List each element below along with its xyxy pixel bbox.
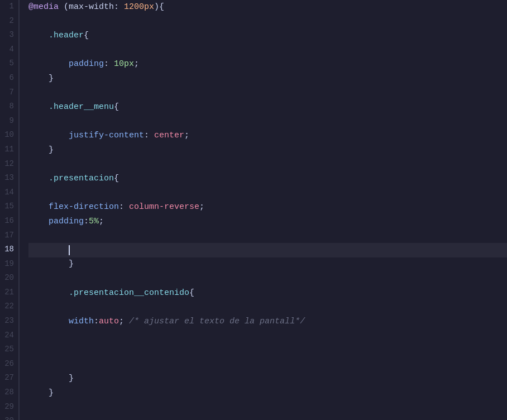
code-line-26 bbox=[28, 357, 507, 372]
text-cursor bbox=[69, 245, 70, 255]
line-number-28: 28 bbox=[0, 386, 18, 400]
code-line-25 bbox=[28, 343, 507, 357]
line-number-10: 10 bbox=[0, 128, 18, 143]
code-line-1: @media (max-width: 1200px){ bbox=[28, 0, 507, 15]
code-line-20 bbox=[28, 271, 507, 286]
line-number-27: 27 bbox=[0, 371, 18, 386]
code-line-6: } bbox=[28, 71, 507, 86]
line-number-17: 17 bbox=[0, 229, 18, 244]
code-line-16: padding:5%; bbox=[28, 214, 507, 229]
code-line-7 bbox=[28, 86, 507, 101]
line-number-20: 20 bbox=[0, 271, 18, 286]
line-number-1: 1 bbox=[0, 0, 18, 15]
code-line-30 bbox=[28, 414, 507, 420]
line-number-19: 19 bbox=[0, 257, 18, 272]
code-line-27: } bbox=[28, 371, 507, 386]
code-line-22 bbox=[28, 300, 507, 314]
line-number-3: 3 bbox=[0, 28, 18, 43]
line-number-21: 21 bbox=[0, 286, 18, 300]
code-line-17 bbox=[28, 229, 507, 244]
line-number-23: 23 bbox=[0, 314, 18, 329]
code-line-19: } bbox=[28, 257, 507, 272]
line-number-29: 29 bbox=[0, 400, 18, 415]
line-number-15: 15 bbox=[0, 200, 18, 214]
code-line-11: } bbox=[28, 143, 507, 157]
line-number-26: 26 bbox=[0, 357, 18, 372]
code-line-15: flex-direction: column-reverse; bbox=[28, 200, 507, 214]
code-line-28: } bbox=[28, 386, 507, 400]
line-number-24: 24 bbox=[0, 329, 18, 343]
code-line-21: .presentacion__contenido{ bbox=[28, 286, 507, 300]
code-line-5: padding: 10px; bbox=[28, 57, 507, 71]
line-number-16: 16 bbox=[0, 214, 18, 229]
line-number-14: 14 bbox=[0, 186, 18, 201]
line-number-5: 5 bbox=[0, 57, 18, 71]
line-number-2: 2 bbox=[0, 15, 18, 29]
code-line-2 bbox=[28, 15, 507, 29]
code-line-4 bbox=[28, 43, 507, 58]
line-number-9: 9 bbox=[0, 114, 18, 129]
code-area[interactable]: @media (max-width: 1200px){ .header{ pad… bbox=[20, 0, 507, 420]
line-number-7: 7 bbox=[0, 86, 18, 101]
code-line-18 bbox=[28, 243, 507, 257]
line-number-8: 8 bbox=[0, 100, 18, 114]
line-number-6: 6 bbox=[0, 71, 18, 86]
code-line-8: .header__menu{ bbox=[28, 100, 507, 114]
line-number-22: 22 bbox=[0, 300, 18, 314]
code-line-12 bbox=[28, 157, 507, 172]
line-number-12: 12 bbox=[0, 157, 18, 172]
code-line-13: .presentacion{ bbox=[28, 171, 507, 186]
line-number-25: 25 bbox=[0, 343, 18, 357]
code-editor: 1234567891011121314151617181920212223242… bbox=[0, 0, 507, 420]
line-number-18: 18 bbox=[0, 243, 18, 257]
line-number-13: 13 bbox=[0, 171, 18, 186]
line-number-30: 30 bbox=[0, 414, 18, 420]
code-line-10: justify-content: center; bbox=[28, 128, 507, 143]
line-number-11: 11 bbox=[0, 143, 18, 157]
code-line-23: width:auto; /* ajustar el texto de la pa… bbox=[28, 314, 507, 329]
code-line-3: .header{ bbox=[28, 28, 507, 43]
code-line-29 bbox=[28, 400, 507, 415]
code-line-14 bbox=[28, 186, 507, 201]
code-line-24 bbox=[28, 329, 507, 343]
code-line-9 bbox=[28, 114, 507, 129]
line-numbers: 1234567891011121314151617181920212223242… bbox=[0, 0, 20, 420]
line-number-4: 4 bbox=[0, 43, 18, 58]
